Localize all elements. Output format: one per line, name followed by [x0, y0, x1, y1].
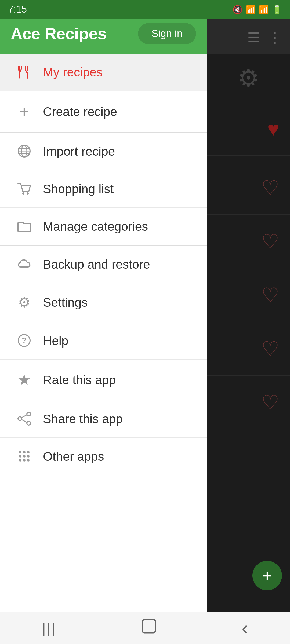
drawer-menu: My recipes + Create recipe Import recipe	[0, 54, 207, 612]
gear-bg-icon: ⚙	[238, 64, 259, 92]
svg-point-25	[23, 459, 26, 462]
status-bar: 7:15 🔇 📶 📶 🔋	[0, 0, 290, 19]
heart-item-3: ♡	[207, 215, 290, 268]
menu-lines-icon: ☰	[247, 30, 260, 46]
shopping-list-label: Shopping list	[43, 182, 114, 196]
app-title: Ace Recipes	[11, 24, 107, 43]
cart-icon	[13, 181, 35, 196]
menu-item-shopping-list[interactable]: Shopping list	[0, 170, 207, 208]
mute-icon: 🔇	[233, 5, 242, 14]
home-button[interactable]	[140, 617, 158, 638]
my-recipes-label: My recipes	[43, 65, 103, 79]
share-icon	[13, 411, 35, 426]
heart-filled-icon: ♥	[267, 117, 279, 140]
question-icon: ?	[13, 333, 35, 348]
menu-item-other-apps[interactable]: Other apps	[0, 438, 207, 475]
cloud-icon	[13, 257, 35, 272]
svg-point-9	[22, 192, 24, 195]
menu-item-help[interactable]: ? Help	[0, 322, 207, 360]
signal-icon: 📶	[259, 5, 269, 14]
heart-outline-icon-3: ♡	[261, 283, 279, 307]
svg-point-24	[19, 459, 21, 462]
svg-point-15	[27, 421, 31, 425]
svg-rect-27	[142, 620, 155, 633]
fab-add-button[interactable]: +	[252, 561, 282, 590]
heart-item-5: ♡	[207, 322, 290, 376]
menu-item-create-recipe[interactable]: + Create recipe	[0, 91, 207, 132]
fork-knife-icon	[13, 65, 35, 79]
menu-item-share-app[interactable]: Share this app	[0, 400, 207, 438]
heart-outline-icon-4: ♡	[261, 337, 279, 361]
svg-line-16	[22, 415, 27, 418]
backup-restore-label: Backup and restore	[43, 257, 150, 272]
grid-icon	[13, 449, 35, 464]
svg-text:?: ?	[21, 336, 26, 345]
plus-icon: +	[13, 102, 35, 121]
svg-point-20	[27, 451, 30, 453]
create-recipe-label: Create recipe	[43, 104, 117, 119]
menu-item-my-recipes[interactable]: My recipes	[0, 54, 207, 91]
svg-line-17	[22, 420, 27, 422]
heart-item-1: ♥	[207, 102, 290, 156]
share-app-label: Share this app	[43, 412, 123, 426]
heart-outline-icon-1: ♡	[261, 176, 279, 200]
heart-item-4: ♡	[207, 268, 290, 322]
manage-categories-label: Manage categories	[43, 219, 148, 234]
status-time: 7:15	[8, 4, 27, 15]
menu-item-rate-app[interactable]: ★ Rate this app	[0, 360, 207, 400]
battery-icon: 🔋	[272, 5, 282, 14]
wifi-icon: 📶	[246, 5, 256, 14]
svg-point-10	[27, 192, 29, 195]
dots-icon: ⋮	[268, 30, 282, 46]
fab-plus-icon: +	[262, 566, 272, 585]
folder-icon	[13, 219, 35, 234]
svg-point-13	[27, 412, 31, 416]
bottom-nav-bar: ||| ‹	[0, 612, 290, 644]
globe-icon	[13, 144, 35, 159]
menu-item-settings[interactable]: ⚙ Settings	[0, 283, 207, 322]
menu-item-backup-restore[interactable]: Backup and restore	[0, 246, 207, 283]
gear-icon: ⚙	[13, 294, 35, 310]
help-label: Help	[43, 334, 68, 348]
svg-point-22	[23, 455, 26, 458]
recents-button[interactable]: |||	[42, 620, 56, 636]
svg-point-21	[19, 455, 21, 458]
heart-item-6: ♡	[207, 376, 290, 429]
menu-item-import-recipe[interactable]: Import recipe	[0, 133, 207, 170]
back-button[interactable]: ‹	[242, 617, 248, 639]
heart-outline-icon-5: ♡	[261, 391, 279, 414]
menu-item-manage-categories[interactable]: Manage categories	[0, 208, 207, 245]
svg-point-23	[27, 455, 30, 458]
svg-point-26	[27, 459, 30, 462]
svg-point-18	[19, 451, 21, 453]
settings-label: Settings	[43, 295, 88, 310]
import-recipe-label: Import recipe	[43, 144, 115, 159]
heart-outline-icon-2: ♡	[261, 230, 279, 253]
status-icons: 🔇 📶 📶 🔋	[233, 5, 282, 14]
star-icon: ★	[13, 371, 35, 389]
right-panel: ☰ ⋮ ⚙ ♥ ♡ ♡ ♡ ♡ ♡ +	[207, 0, 290, 644]
other-apps-label: Other apps	[43, 449, 104, 464]
svg-point-19	[23, 451, 26, 453]
heart-item-2: ♡	[207, 161, 290, 215]
navigation-drawer: Ace Recipes Sign in My recipes + Create …	[0, 0, 207, 612]
svg-point-14	[18, 417, 22, 420]
rate-app-label: Rate this app	[43, 373, 116, 387]
sign-in-button[interactable]: Sign in	[138, 23, 196, 44]
